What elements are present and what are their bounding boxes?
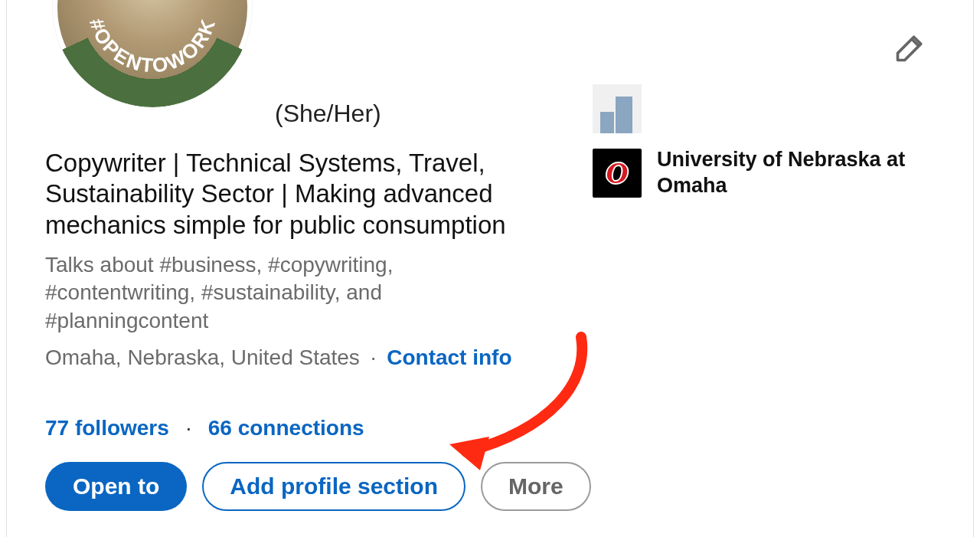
location-row: Omaha, Nebraska, United States · Contact… [45, 345, 581, 370]
experience-education-column: O University of Nebraska at Omaha [593, 84, 945, 213]
education-item[interactable]: O University of Nebraska at Omaha [593, 147, 945, 199]
stats-row: 77 followers · 66 connections [45, 416, 581, 440]
pronouns: (She/Her) [275, 100, 581, 128]
separator: · [180, 416, 198, 440]
profile-headline: Copywriter | Technical Systems, Travel, … [45, 148, 535, 241]
action-buttons: Open to Add profile section More [45, 462, 581, 511]
school-name: University of Nebraska at Omaha [657, 147, 945, 199]
open-to-button[interactable]: Open to [45, 462, 187, 511]
location-text: Omaha, Nebraska, United States [45, 345, 360, 369]
avatar-image [53, 0, 252, 107]
connections-link[interactable]: 66 connections [208, 416, 364, 440]
pencil-icon [893, 31, 927, 64]
profile-avatar[interactable]: #OPENTOWORK [53, 0, 252, 107]
profile-card: #OPENTOWORK (She/Her) Copywriter | Techn… [6, 0, 974, 537]
add-profile-section-button[interactable]: Add profile section [202, 462, 466, 511]
school-logo-icon: O [593, 149, 642, 198]
talks-about: Talks about #business, #copywriting, #co… [45, 251, 505, 335]
company-item[interactable] [593, 84, 945, 133]
followers-link[interactable]: 77 followers [45, 416, 169, 440]
contact-info-link[interactable]: Contact info [387, 345, 511, 369]
separator: · [371, 345, 377, 369]
more-button[interactable]: More [481, 462, 591, 511]
company-logo-icon [593, 84, 642, 133]
edit-profile-button[interactable] [893, 31, 927, 64]
